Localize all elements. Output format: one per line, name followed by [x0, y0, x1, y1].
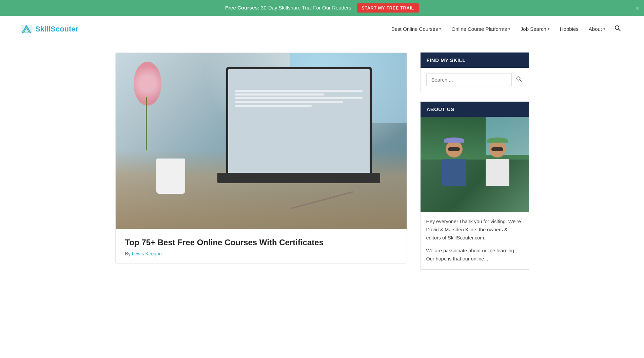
search-icon [516, 76, 522, 82]
about-us-widget: ABOUT US [421, 102, 529, 270]
nav-label-online-course-platforms: Online Course Platforms [451, 26, 507, 32]
find-my-skill-title: FIND MY SKILL [421, 52, 529, 68]
nav-search-icon[interactable] [611, 22, 624, 36]
plant-decoration [130, 62, 165, 150]
sidebar: FIND MY SKILL ABOUT US [421, 52, 529, 279]
nav-item-online-course-platforms[interactable]: Online Course Platforms ▾ [447, 23, 514, 35]
banner-close-button[interactable]: × [636, 5, 639, 11]
top-banner: Free Courses: 30-Day Skillshare Trial Fo… [0, 0, 644, 16]
nav-label-about: About [589, 26, 602, 32]
search-widget-body [421, 68, 529, 92]
nav-item-about[interactable]: About ▾ [585, 23, 609, 35]
chevron-down-icon: ▾ [548, 27, 550, 31]
article-featured-image [116, 53, 407, 229]
svg-rect-1 [22, 32, 31, 33]
laptop-decoration [226, 67, 372, 173]
logo-icon [20, 23, 33, 35]
svg-line-5 [520, 80, 521, 81]
about-text-para-1: Hey everyone! Thank you for visiting. We… [426, 218, 523, 242]
site-logo[interactable]: SkillScouter [20, 23, 78, 35]
about-us-text: Hey everyone! Thank you for visiting. We… [421, 212, 529, 270]
nav-item-best-online-courses[interactable]: Best Online Courses ▾ [387, 23, 446, 35]
chevron-down-icon: ▾ [439, 27, 441, 31]
site-header: SkillScouter Best Online Courses ▾ Onlin… [0, 16, 644, 42]
person-left [442, 141, 466, 186]
author-link[interactable]: Lewis Keegan [132, 251, 162, 256]
mug-decoration [156, 159, 186, 194]
chevron-down-icon: ▾ [603, 27, 605, 31]
skill-search-input[interactable] [426, 73, 512, 86]
banner-cta-button[interactable]: START MY FREE TRAIL [357, 3, 419, 13]
content-area: Top 75+ Best Free Online Courses With Ce… [115, 52, 407, 279]
pen-decoration [291, 191, 353, 209]
nav-label-job-search: Job Search [521, 26, 546, 32]
banner-text-body: 30-Day Skillshare Trial For Our Readers [261, 5, 351, 10]
skill-search-button[interactable] [514, 75, 523, 85]
laptop-base [217, 173, 380, 183]
nav-label-hobbies: Hobbies [560, 26, 579, 32]
nav-item-job-search[interactable]: Job Search ▾ [516, 23, 554, 35]
about-us-title: ABOUT US [421, 102, 529, 117]
logo-text: SkillScouter [35, 25, 78, 34]
about-us-image [421, 117, 529, 212]
find-my-skill-widget: FIND MY SKILL [421, 52, 529, 92]
nav-item-hobbies[interactable]: Hobbies [556, 23, 583, 35]
about-text-para-2: We are passionate about online learning.… [426, 247, 523, 263]
main-nav: Best Online Courses ▾ Online Course Plat… [387, 22, 624, 36]
nav-label-best-online-courses: Best Online Courses [391, 26, 438, 32]
article-card: Top 75+ Best Free Online Courses With Ce… [115, 52, 407, 264]
chevron-down-icon: ▾ [508, 27, 510, 31]
svg-line-3 [619, 29, 621, 31]
person-right [486, 141, 509, 186]
main-container: Top 75+ Best Free Online Courses With Ce… [102, 52, 543, 279]
article-author: By Lewis Keegan [125, 251, 397, 256]
article-title: Top 75+ Best Free Online Courses With Ce… [125, 237, 397, 248]
banner-text-bold: Free Courses: [225, 5, 259, 10]
article-body: Top 75+ Best Free Online Courses With Ce… [116, 229, 407, 263]
